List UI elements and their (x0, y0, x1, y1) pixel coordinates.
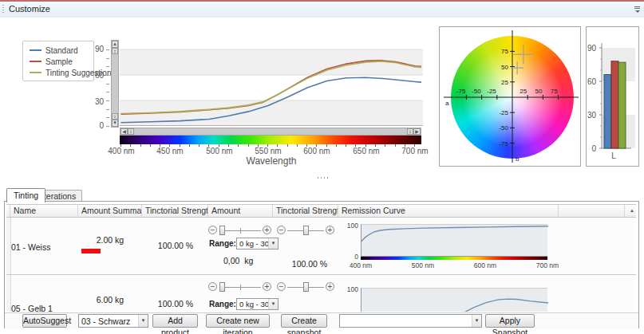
range-select[interactable]: 0 kg - 300 l ▼ (236, 298, 279, 310)
svg-text:50: 50 (501, 64, 508, 71)
svg-text:b: b (516, 155, 520, 163)
remission-xtick-700: 700 nm (531, 261, 563, 269)
column-header-name[interactable]: Name (10, 205, 78, 217)
spectral-xtick-650: 650 nm (349, 147, 384, 155)
remission-plot (361, 288, 547, 312)
amount-number: 0,00 (223, 256, 239, 265)
l-axis-title: L (599, 151, 628, 160)
amount-slider[interactable]: − + (208, 225, 272, 236)
scroll-right-arrow-icon[interactable]: ▶ (413, 128, 421, 135)
amount-slider[interactable]: − + (208, 281, 272, 293)
scroll-down-arrow-icon[interactable]: ▼ (112, 120, 118, 127)
spectral-vertical-scrollbar[interactable]: ▲ ▼ (111, 40, 119, 128)
spectral-reflectance-chart (120, 40, 423, 128)
ab-color-plane-panel: -75-75-50-50-25-25252550507575ab (439, 26, 581, 167)
svg-text:75: 75 (501, 48, 508, 55)
decrease-amount-icon[interactable]: − (208, 226, 217, 234)
amount-value: 0,00 kg (223, 256, 253, 265)
snapshot-select[interactable]: ▼ (339, 314, 482, 328)
apply-snapshot-button[interactable]: Apply Snapshot (485, 314, 535, 328)
increase-tinctorial-icon[interactable]: + (326, 282, 334, 291)
tinctorial-slider-thumb[interactable] (303, 282, 309, 292)
remission-ymin: 0 (345, 253, 358, 261)
chevron-down-icon[interactable]: ▼ (472, 315, 481, 327)
range-select[interactable]: 0 kg - 300 l ▼ (236, 238, 279, 250)
toolbar-overflow-icon[interactable] (634, 6, 641, 13)
decrease-tinctorial-icon[interactable]: − (277, 282, 286, 291)
svg-text:25: 25 (501, 79, 508, 86)
legend-item-sample: Sample (30, 57, 73, 67)
create-snapshot-button[interactable]: Create snapshot (281, 314, 327, 328)
svg-text:50: 50 (535, 88, 542, 95)
scroll-left-arrow-icon[interactable]: ◀ (121, 128, 128, 135)
toolbar-title: Customize (9, 4, 50, 14)
tinctorial-slider-thumb[interactable] (303, 226, 309, 235)
spectral-yaxis-ticks (106, 49, 109, 127)
column-header-blank (559, 205, 625, 217)
legend-item-standard: Standard (30, 46, 78, 56)
decrease-amount-icon[interactable]: − (208, 282, 217, 291)
scroll-grip-bottom[interactable] (112, 113, 118, 120)
spectral-xtick-400: 400 nm (104, 147, 139, 155)
toolbar-grip-handle[interactable] (2, 5, 4, 14)
amount-unit: kg (244, 256, 253, 265)
product-select[interactable]: 03 - Schwarz ▼ (78, 314, 148, 328)
spectral-xtick-600: 600 nm (299, 147, 334, 155)
tinctorial-summary-value: 100.00 % (142, 299, 209, 308)
sample-line-swatch (30, 61, 41, 62)
remission-xtick-500: 500 nm (407, 261, 439, 269)
lightness-chart-panel: 90 60 30 0 L (586, 26, 639, 167)
grid-scroll-up-icon[interactable]: ▲ (625, 205, 636, 217)
chevron-down-icon[interactable]: ▼ (268, 299, 278, 309)
legend-label: Sample (45, 57, 73, 66)
l-ytick-0: 0 (580, 144, 596, 153)
add-product-button[interactable]: Add product (152, 314, 198, 328)
grid-row-gelb[interactable]: 05 - Gelb 1 6.00 kg 100.00 % − + Range: … (6, 275, 636, 312)
column-header-tinctorial[interactable]: Tinctorial Strength (273, 205, 338, 217)
tinctorial-value: 100.00 % (287, 259, 332, 269)
remission-curve-cell: 100 0 400 nm 500 nm 600 nm 700 nm (345, 219, 568, 273)
scroll-grip-right[interactable] (407, 128, 413, 135)
grid-header: Name Amount Summary Tinctorial Strength … (6, 204, 636, 218)
tinctorial-slider[interactable]: − + (277, 225, 334, 236)
decrease-tinctorial-icon[interactable]: − (277, 226, 286, 234)
chevron-down-icon[interactable]: ▼ (138, 315, 148, 327)
tab-tinting[interactable]: Tinting (6, 188, 45, 202)
column-header-amount[interactable]: Amount (208, 205, 273, 217)
legend-label: Standard (45, 46, 78, 55)
svg-text:-50: -50 (499, 124, 508, 132)
scroll-grip-left[interactable] (128, 128, 134, 135)
increase-amount-icon[interactable]: + (263, 226, 271, 234)
tinctorial-slider[interactable]: − + (277, 281, 334, 293)
remission-plot (361, 224, 547, 257)
autosuggest-button[interactable]: AutoSuggest (22, 314, 67, 328)
svg-text:a: a (445, 100, 449, 107)
column-header-remission[interactable]: Remission Curve (338, 205, 559, 217)
range-label: Range: (209, 300, 236, 308)
product-select-value: 03 - Schwarz (81, 316, 138, 326)
l-ytick-90: 90 (580, 44, 596, 53)
spectral-ytick-60: 60 (83, 71, 104, 80)
chevron-down-icon[interactable]: ▼ (268, 238, 278, 249)
range-select-value: 0 kg - 300 l (239, 300, 268, 308)
tinting-line-swatch (30, 72, 41, 73)
create-new-iteration-button[interactable]: Create new iteration (206, 314, 270, 328)
spectral-ytick-30: 30 (83, 97, 104, 106)
grid-row-weiss[interactable]: 01 - Weiss 2.00 kg 100.00 % − + Range: 0… (6, 218, 636, 275)
product-name: 01 - Weiss (11, 242, 50, 252)
scroll-up-arrow-icon[interactable]: ▲ (112, 41, 118, 48)
spectral-xaxis-title: Wavelength (215, 155, 327, 167)
svg-text:-50: -50 (472, 88, 481, 95)
svg-text:75: 75 (551, 88, 558, 95)
spectral-horizontal-scrollbar[interactable]: ◀ ▶ (120, 128, 421, 136)
amount-slider-thumb[interactable] (219, 282, 225, 292)
scroll-grip-top[interactable] (112, 48, 118, 54)
increase-tinctorial-icon[interactable]: + (326, 226, 334, 234)
column-header-amount-summary[interactable]: Amount Summary (78, 205, 142, 217)
spectral-xtick-550: 550 nm (251, 147, 286, 155)
amount-slider-thumb[interactable] (219, 226, 225, 235)
tinctorial-summary-value: 100.00 % (142, 241, 209, 250)
increase-amount-icon[interactable]: + (263, 282, 271, 291)
column-header-tinctorial-summary[interactable]: Tinctorial Strength Su... (142, 205, 208, 217)
horizontal-splitter-handle[interactable] (318, 177, 330, 179)
